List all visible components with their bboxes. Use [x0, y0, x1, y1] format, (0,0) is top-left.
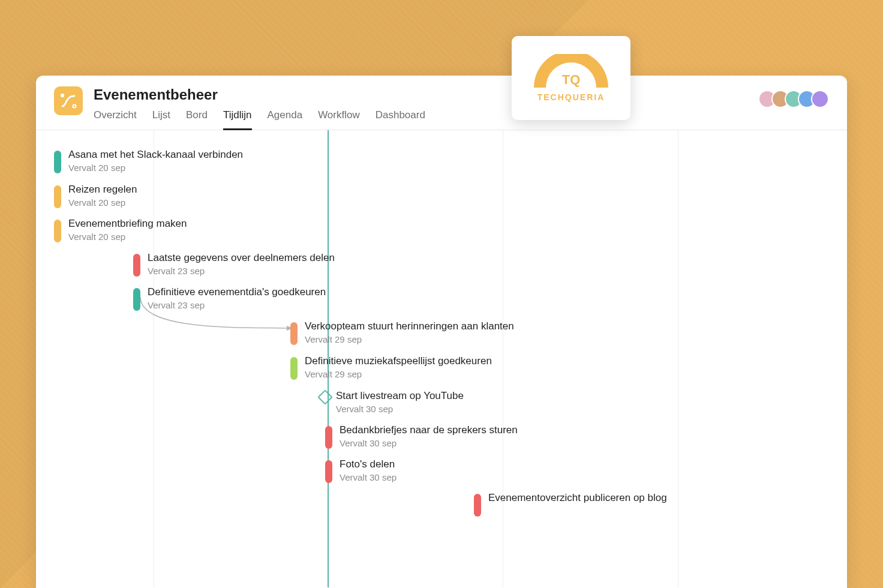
- task-title: Laatste gegevens over deelnemers delen: [148, 251, 335, 265]
- timeline-grid-line: [678, 130, 678, 587]
- timeline-task[interactable]: Bedankbriefjes naar de sprekers sturenVe…: [325, 424, 518, 449]
- task-title: Evenementbriefing maken: [68, 217, 187, 230]
- task-due: Vervalt 23 sep: [148, 266, 335, 276]
- timeline-task[interactable]: Definitieve muziekafspeellijst goedkeure…: [290, 355, 492, 380]
- timeline-task[interactable]: Definitieve evenementdia's goedkeurenVer…: [133, 286, 326, 311]
- task-text: Reizen regelenVervalt 20 sep: [68, 183, 137, 208]
- timeline-task[interactable]: Start livestream op YouTubeVervalt 30 se…: [322, 389, 464, 414]
- task-pill: [133, 254, 140, 277]
- header: Evenementbeheer OverzichtLijstBordTijdli…: [36, 76, 847, 130]
- task-due: Vervalt 20 sep: [68, 197, 137, 208]
- timeline-task[interactable]: Evenementoverzicht publiceren op blog: [474, 491, 667, 517]
- task-due: Vervalt 30 sep: [340, 438, 518, 448]
- timeline-task[interactable]: Laatste gegevens over deelnemers delenVe…: [133, 251, 335, 277]
- task-text: Verkoopteam stuurt herinneringen aan kla…: [305, 320, 514, 344]
- task-title: Definitieve evenementdia's goedkeuren: [148, 286, 326, 299]
- project-title: Evenementbeheer: [94, 86, 747, 103]
- task-pill: [290, 357, 298, 380]
- tab-tijdlijn[interactable]: Tijdlijn: [223, 109, 252, 130]
- tab-bord[interactable]: Bord: [186, 109, 208, 130]
- timeline-body[interactable]: Asana met het Slack-kanaal verbindenVerv…: [36, 130, 847, 587]
- brand-logo-card: TQ TECHQUERIA: [512, 36, 630, 120]
- task-due: Vervalt 30 sep: [340, 472, 397, 482]
- task-text: Foto's delenVervalt 30 sep: [340, 458, 397, 482]
- task-pill: [474, 494, 481, 517]
- task-text: Asana met het Slack-kanaal verbindenVerv…: [68, 148, 243, 173]
- task-title: Foto's delen: [340, 458, 397, 471]
- task-title: Verkoopteam stuurt herinneringen aan kla…: [305, 320, 514, 333]
- header-main: Evenementbeheer OverzichtLijstBordTijdli…: [94, 86, 747, 130]
- timeline-grid-line: [503, 130, 503, 587]
- timeline-task[interactable]: Reizen regelenVervalt 20 sep: [54, 183, 137, 208]
- tab-dashboard[interactable]: Dashboard: [376, 109, 425, 130]
- task-title: Definitieve muziekafspeellijst goedkeure…: [305, 355, 492, 368]
- task-pill: [325, 426, 332, 449]
- project-icon[interactable]: [54, 86, 83, 115]
- task-text: Evenementbriefing makenVervalt 20 sep: [68, 217, 187, 242]
- task-due: Vervalt 20 sep: [68, 163, 243, 173]
- task-due: Vervalt 30 sep: [336, 404, 464, 414]
- tab-agenda[interactable]: Agenda: [268, 109, 303, 130]
- task-text: Start livestream op YouTubeVervalt 30 se…: [336, 389, 464, 414]
- task-title: Bedankbriefjes naar de sprekers sturen: [340, 424, 518, 437]
- brand-name: TECHQUERIA: [529, 92, 613, 102]
- task-text: Definitieve muziekafspeellijst goedkeure…: [305, 355, 492, 379]
- tab-overzicht[interactable]: Overzicht: [94, 109, 137, 130]
- task-due: Vervalt 29 sep: [305, 334, 514, 344]
- task-pill: [54, 220, 61, 242]
- tabs: OverzichtLijstBordTijdlijnAgendaWorkflow…: [94, 109, 747, 130]
- techqueria-logo-icon: TQ: [529, 54, 613, 89]
- avatar[interactable]: [811, 90, 829, 108]
- svg-text:TQ: TQ: [562, 72, 581, 87]
- tasks-container: Asana met het Slack-kanaal verbindenVerv…: [36, 130, 847, 146]
- timeline-task[interactable]: Verkoopteam stuurt herinneringen aan kla…: [290, 320, 514, 345]
- task-pill: [325, 460, 332, 483]
- milestone-icon: [317, 389, 332, 404]
- timeline-task[interactable]: Asana met het Slack-kanaal verbindenVerv…: [54, 148, 243, 173]
- task-pill: [133, 288, 140, 311]
- task-title: Reizen regelen: [68, 183, 137, 196]
- tab-lijst[interactable]: Lijst: [152, 109, 170, 130]
- task-text: Laatste gegevens over deelnemers delenVe…: [148, 251, 335, 276]
- task-due: Vervalt 23 sep: [148, 300, 326, 310]
- task-due: Vervalt 20 sep: [68, 232, 187, 242]
- task-pill: [54, 185, 61, 208]
- svg-point-3: [73, 104, 76, 107]
- task-text: Definitieve evenementdia's goedkeurenVer…: [148, 286, 326, 310]
- tab-workflow[interactable]: Workflow: [318, 109, 360, 130]
- avatar-stack[interactable]: [758, 86, 829, 108]
- task-pill: [54, 151, 61, 173]
- route-icon: [59, 92, 77, 110]
- task-text: Evenementoverzicht publiceren op blog: [488, 491, 667, 505]
- task-title: Asana met het Slack-kanaal verbinden: [68, 148, 243, 161]
- task-title: Start livestream op YouTube: [336, 389, 464, 403]
- task-due: Vervalt 29 sep: [305, 369, 492, 379]
- task-title: Evenementoverzicht publiceren op blog: [488, 491, 667, 505]
- task-text: Bedankbriefjes naar de sprekers sturenVe…: [340, 424, 518, 448]
- timeline-task[interactable]: Foto's delenVervalt 30 sep: [325, 458, 397, 483]
- timeline-grid-line: [154, 130, 154, 587]
- timeline-task[interactable]: Evenementbriefing makenVervalt 20 sep: [54, 217, 187, 242]
- task-pill: [290, 322, 298, 345]
- app-window: Evenementbeheer OverzichtLijstBordTijdli…: [36, 76, 847, 588]
